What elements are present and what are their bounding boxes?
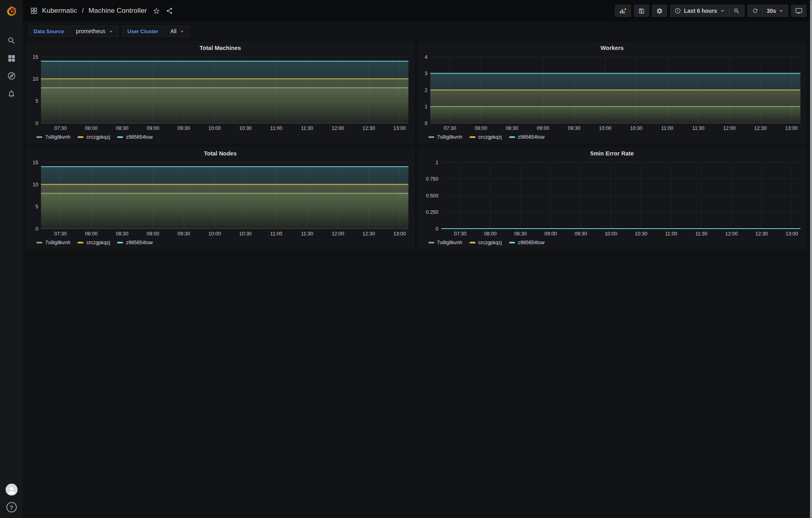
legend-item-z985654tsw[interactable]: z985654tsw (509, 240, 545, 245)
clock-icon (675, 8, 681, 14)
sidebar-item-dashboards[interactable] (4, 54, 19, 63)
sidebar-item-alerting[interactable] (4, 89, 19, 98)
svg-text:09:30: 09:30 (177, 231, 190, 237)
chart-plot-area[interactable]: 07:3008:0008:3009:0009:3010:0010:3011:00… (421, 158, 804, 238)
legend-item-z985654tsw[interactable]: z985654tsw (117, 240, 153, 245)
sidebar-item-explore[interactable] (4, 71, 19, 81)
chevron-down-icon (779, 8, 784, 13)
svg-text:1: 1 (424, 104, 427, 110)
svg-text:11:00: 11:00 (270, 126, 282, 131)
legend-series-name: z985654tsw (518, 240, 545, 245)
svg-text:0: 0 (424, 121, 427, 126)
time-range-button[interactable]: Last 6 hours (671, 5, 728, 16)
chart-plot-area[interactable]: 07:3008:0008:3009:0009:3010:0010:3011:00… (29, 158, 412, 238)
settings-gear-icon (656, 8, 663, 14)
help-icon[interactable]: ? (6, 502, 17, 512)
legend-series-color (509, 136, 515, 138)
svg-text:11:00: 11:00 (665, 231, 677, 237)
time-range-label: Last 6 hours (684, 8, 717, 14)
refresh-button[interactable] (748, 5, 762, 16)
sidebar-item-search[interactable] (4, 36, 19, 46)
legend-series-color (78, 136, 84, 138)
panel-workers: Workers07:3008:0008:3009:0009:3010:0010:… (418, 42, 807, 144)
svg-text:5: 5 (36, 98, 38, 104)
svg-text:0.750: 0.750 (426, 176, 438, 182)
legend-item-7s8lg8kvnh[interactable]: 7s8lg8kvnh (428, 134, 462, 140)
svg-text:0: 0 (436, 226, 438, 232)
chart-legend: 7s8lg8kvnhcrczgpkqzjz985654tsw (29, 133, 412, 141)
svg-text:0: 0 (36, 121, 38, 126)
panel-title[interactable]: Total Nodes (29, 149, 412, 158)
svg-text:07:30: 07:30 (54, 231, 67, 237)
breadcrumb-separator: / (81, 7, 84, 14)
legend-series-color (117, 242, 123, 243)
alerting-bell-icon (7, 90, 16, 98)
share-button[interactable] (166, 7, 173, 14)
chart-plot-area[interactable]: 07:3008:0008:3009:0009:3010:0010:3011:00… (421, 53, 804, 133)
svg-text:12:00: 12:00 (723, 126, 735, 131)
page-scrollbar[interactable] (810, 0, 812, 518)
legend-item-7s8lg8kvnh[interactable]: 7s8lg8kvnh (428, 240, 462, 245)
refresh-interval-label: 30s (767, 8, 776, 14)
chart-legend: 7s8lg8kvnhcrczgpkqzjz985654tsw (29, 238, 412, 247)
legend-series-color (428, 136, 434, 138)
variable-value-text: All (170, 28, 177, 34)
panel-title[interactable]: Workers (421, 43, 804, 53)
legend-item-7s8lg8kvnh[interactable]: 7s8lg8kvnh (36, 240, 70, 245)
legend-series-color (36, 242, 42, 243)
chart-plot-area[interactable]: 07:3008:0008:3009:0009:3010:0010:3011:00… (29, 53, 412, 133)
svg-text:08:00: 08:00 (85, 231, 98, 237)
svg-text:13:00: 13:00 (393, 126, 406, 131)
svg-text:4: 4 (424, 54, 427, 60)
variable-data-source: Data Source prometheus (28, 26, 118, 37)
svg-text:12:00: 12:00 (725, 231, 737, 237)
user-cluster-dropdown[interactable]: All (165, 26, 189, 37)
svg-text:15: 15 (33, 54, 38, 60)
submenu: Data Source prometheus User Cluster All (23, 22, 812, 41)
legend-item-z985654tsw[interactable]: z985654tsw (117, 134, 153, 140)
legend-series-color (36, 136, 42, 138)
grafana-logo[interactable] (0, 0, 23, 22)
dashboard-settings-button[interactable] (652, 5, 667, 17)
variable-user-cluster: User Cluster All (122, 26, 189, 37)
time-picker-group: Last 6 hours (670, 5, 744, 17)
breadcrumb[interactable]: Kubermatic / Machine Controller (30, 7, 147, 15)
legend-item-z985654tsw[interactable]: z985654tsw (509, 134, 545, 140)
svg-text:0.250: 0.250 (426, 209, 438, 215)
refresh-interval-button[interactable]: 30s (762, 5, 788, 16)
save-dashboard-button[interactable] (634, 5, 649, 17)
legend-item-7s8lg8kvnh[interactable]: 7s8lg8kvnh (36, 134, 70, 140)
legend-series-name: z985654tsw (126, 134, 153, 140)
svg-text:10:00: 10:00 (605, 231, 617, 237)
panel-title[interactable]: Total Machines (29, 43, 412, 53)
svg-text:11:00: 11:00 (661, 126, 673, 131)
svg-text:08:00: 08:00 (474, 126, 487, 131)
save-icon (638, 8, 645, 14)
svg-text:09:00: 09:00 (537, 126, 549, 131)
svg-text:07:30: 07:30 (54, 126, 67, 131)
legend-series-name: 7s8lg8kvnh (437, 240, 462, 245)
kiosk-mode-button[interactable] (791, 5, 806, 17)
share-icon (166, 7, 173, 14)
svg-text:10:00: 10:00 (208, 231, 221, 237)
svg-text:10:30: 10:30 (239, 231, 252, 237)
legend-item-crczgpkqzj[interactable]: crczgpkqzj (470, 134, 502, 140)
chart-legend: 7s8lg8kvnhcrczgpkqzjz985654tsw (421, 238, 804, 247)
svg-text:10: 10 (33, 76, 38, 82)
legend-item-crczgpkqzj[interactable]: crczgpkqzj (78, 240, 110, 245)
svg-text:08:30: 08:30 (514, 231, 526, 237)
data-source-dropdown[interactable]: prometheus (71, 26, 118, 37)
add-panel-button[interactable] (615, 5, 631, 17)
avatar[interactable] (6, 484, 18, 496)
dashboard-grid: Total Machines07:3008:0008:3009:0009:301… (23, 40, 810, 251)
zoom-out-button[interactable] (729, 5, 744, 16)
svg-text:10:00: 10:00 (599, 126, 611, 131)
legend-item-crczgpkqzj[interactable]: crczgpkqzj (78, 134, 110, 140)
star-button[interactable] (153, 7, 160, 15)
svg-text:12:30: 12:30 (362, 126, 375, 131)
refresh-group: 30s (748, 5, 788, 17)
svg-text:08:00: 08:00 (85, 126, 98, 131)
legend-item-crczgpkqzj[interactable]: crczgpkqzj (470, 240, 502, 245)
breadcrumb-folder[interactable]: Kubermatic (42, 7, 77, 15)
panel-title[interactable]: 5min Error Rate (421, 149, 804, 158)
